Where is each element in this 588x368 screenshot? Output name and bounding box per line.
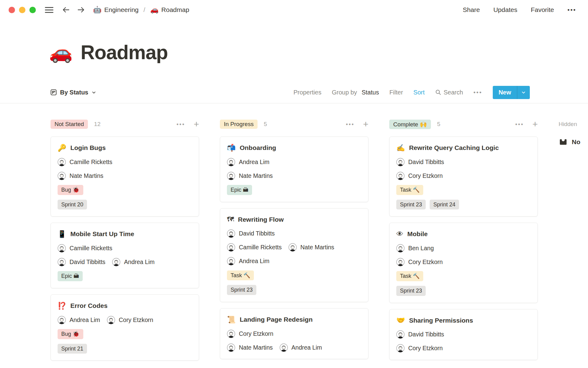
page-car-icon[interactable]: 🚗 — [49, 43, 73, 62]
person-name: Camille Ricketts — [70, 159, 112, 166]
person-name: Andrea Lim — [70, 316, 100, 324]
card-error-codes[interactable]: ⁉️ Error Codes Andrea Lim Cory Etzkorn B… — [51, 294, 199, 361]
tag-bug: Bug 🐞 — [58, 185, 83, 195]
column-header: Not Started 12 ••• + — [51, 118, 199, 130]
breadcrumb: 🤖 Engineering / 🚗 Roadmap — [93, 6, 189, 14]
eye-icon: 👁 — [396, 231, 403, 238]
person-name: Cory Etzkorn — [408, 172, 443, 179]
column-status-badge[interactable]: Complete 🙌 — [389, 120, 431, 129]
column-status-badge[interactable]: In Progress — [220, 120, 258, 129]
card-rewrite-query-caching-logic[interactable]: ✍️ Rewrite Query Caching Logic David Tib… — [389, 136, 538, 217]
avatar — [396, 344, 405, 352]
person-name: David Tibbitts — [408, 331, 444, 338]
updates-button[interactable]: Updates — [493, 6, 517, 13]
traffic-lights — [9, 7, 36, 13]
card-login-bugs[interactable]: 🔑 Login Bugs Camille Ricketts Nate Marti… — [51, 136, 199, 217]
properties-button[interactable]: Properties — [293, 89, 321, 96]
share-button[interactable]: Share — [463, 6, 480, 13]
new-button[interactable]: New — [493, 86, 530, 99]
card-onboarding[interactable]: 📬 Onboarding Andrea Lim Nate Martins Epi… — [220, 136, 368, 202]
breadcrumb-engineering[interactable]: 🤖 Engineering — [93, 6, 139, 14]
avatar — [288, 243, 297, 251]
card-rewriting-flow[interactable]: 🗺 Rewriting Flow David Tibbitts Camille … — [220, 208, 368, 302]
card-mobile-start-up-time[interactable]: 📱 Mobile Start Up Time Camille Ricketts … — [51, 223, 199, 288]
avatar — [396, 172, 405, 180]
new-button-chevron-icon[interactable] — [517, 86, 530, 99]
card-title: Mobile Start Up Time — [70, 230, 134, 238]
view-more-options-icon[interactable]: ••• — [473, 89, 482, 96]
tag-epic: Epic 🏔 — [58, 271, 83, 281]
person-name: Cory Etzkorn — [239, 330, 273, 337]
search-button[interactable]: Search — [435, 89, 463, 96]
column-status-badge[interactable]: Not Started — [51, 120, 88, 129]
person-name: Cory Etzkorn — [408, 259, 443, 266]
handshake-icon: 🤝 — [396, 317, 405, 324]
view-switcher[interactable]: By Status — [51, 89, 96, 96]
writing-hand-icon: ✍️ — [396, 144, 405, 151]
person-name: Nate Martins — [239, 172, 273, 179]
page-header: 🚗 Roadmap — [0, 39, 588, 66]
card-sharing-permissions[interactable]: 🤝 Sharing Permissions David Tibbitts Cor… — [389, 309, 538, 360]
person-name: Camille Ricketts — [70, 245, 112, 252]
avatar — [396, 158, 405, 166]
group-by-value: Status — [362, 89, 379, 96]
minimize-window-button[interactable] — [19, 7, 25, 13]
card-landing-page-redesign[interactable]: 📜 Landing Page Redesign Cory Etzkorn Nat… — [220, 308, 368, 359]
car-icon: 🚗 — [150, 6, 158, 14]
zoom-window-button[interactable] — [29, 7, 36, 13]
person-name: Nate Martins — [70, 172, 104, 179]
hidden-group-item[interactable]: No — [559, 138, 588, 146]
column-add-card-icon[interactable]: + — [194, 120, 199, 129]
card-title: Mobile — [407, 230, 428, 238]
breadcrumb-label: Engineering — [104, 6, 138, 13]
hidden-groups-label[interactable]: Hidden — [559, 118, 588, 130]
avatar — [227, 229, 235, 238]
view-toolbar: By Status Properties Group by Status Fil… — [51, 85, 530, 99]
column-add-card-icon[interactable]: + — [363, 120, 368, 129]
column-hidden-groups: Hidden No — [559, 118, 588, 146]
tag-sprint: Sprint 20 — [58, 200, 87, 210]
back-arrow-icon[interactable] — [62, 6, 70, 13]
avatar — [396, 258, 405, 266]
column-card-count: 12 — [94, 121, 100, 128]
card-title: Landing Page Redesign — [240, 316, 313, 323]
avatar — [58, 158, 66, 166]
avatar — [227, 158, 235, 166]
column-add-card-icon[interactable]: + — [532, 120, 538, 129]
close-window-button[interactable] — [9, 7, 15, 13]
person-name: Nate Martins — [300, 244, 334, 251]
card-mobile[interactable]: 👁 Mobile Ben Lang Cory Etzkorn Task 🔨 Sp… — [389, 223, 538, 303]
column-more-icon[interactable]: ••• — [177, 121, 185, 128]
column-more-icon[interactable]: ••• — [346, 121, 355, 128]
favorite-button[interactable]: Favorite — [531, 6, 554, 13]
person-name: Andrea Lim — [239, 258, 270, 265]
avatar — [58, 244, 66, 252]
tag-sprint: Sprint 21 — [58, 344, 87, 354]
tag-sprint: Sprint 23 — [227, 285, 256, 295]
avatar — [107, 316, 115, 324]
world-map-icon: 🗺 — [227, 216, 234, 223]
tag-sprint: Sprint 24 — [430, 200, 459, 210]
tag-bug: Bug 🐞 — [58, 329, 83, 339]
hidden-group-text: No — [572, 138, 580, 146]
group-by-label: Group by — [332, 89, 357, 96]
more-options-icon[interactable]: ••• — [567, 6, 576, 13]
page-title[interactable]: Roadmap — [81, 41, 168, 64]
group-by-button[interactable]: Group by Status — [332, 89, 379, 96]
filter-button[interactable]: Filter — [389, 89, 403, 96]
avatar — [58, 258, 66, 266]
card-title: Rewrite Query Caching Logic — [409, 144, 499, 151]
exclamation-question-icon: ⁉️ — [58, 302, 66, 309]
forward-arrow-icon[interactable] — [77, 6, 85, 13]
person-name: David Tibbitts — [408, 159, 444, 166]
person-name: Ben Lang — [408, 245, 434, 252]
key-icon: 🔑 — [58, 144, 66, 151]
sort-button[interactable]: Sort — [413, 89, 425, 96]
column-more-icon[interactable]: ••• — [515, 121, 524, 128]
sidebar-menu-icon[interactable] — [44, 6, 54, 13]
tag-epic: Epic 🏔 — [227, 185, 252, 195]
avatar — [112, 258, 120, 266]
mailbox-icon: 📬 — [227, 144, 236, 151]
breadcrumb-roadmap[interactable]: 🚗 Roadmap — [150, 6, 189, 14]
breadcrumb-label: Roadmap — [161, 6, 189, 13]
